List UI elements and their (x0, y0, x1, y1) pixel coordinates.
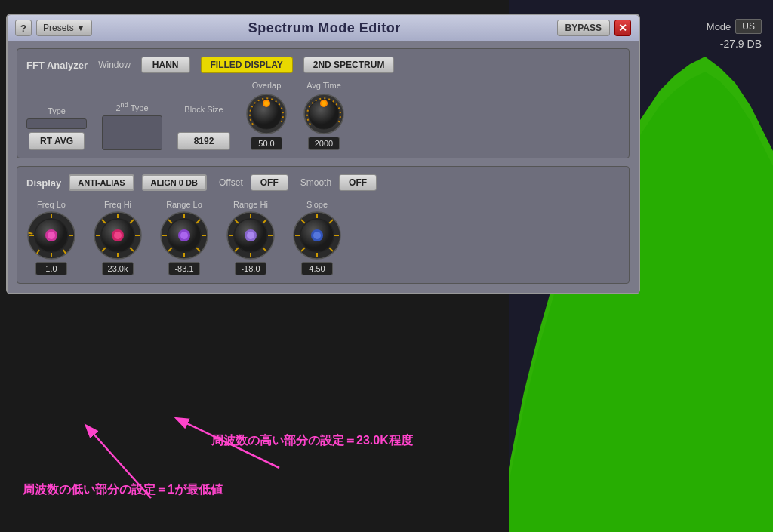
filled-display-button[interactable]: FILLED DISPLAY (201, 57, 293, 73)
title-bar: ? Presets ▼ Spectrum Mode Editor BYPASS … (8, 15, 639, 41)
mode-value: US (735, 19, 762, 34)
display-section: Display ANTI-ALIAS ALIGN 0 DB Offset OFF… (17, 166, 630, 284)
range-lo-value: -83.1 (168, 262, 200, 275)
close-button[interactable]: ✕ (614, 20, 631, 36)
range-hi-group: Range Hi (226, 200, 276, 275)
block-size-value[interactable]: 8192 (177, 132, 230, 150)
slope-label: Slope (306, 200, 328, 209)
display-header: Display ANTI-ALIAS ALIGN 0 DB Offset OFF… (26, 174, 620, 191)
type2-label: 2nd Type (115, 101, 148, 112)
type2-box (102, 115, 162, 150)
block-size-label: Block Size (184, 105, 223, 114)
hann-button[interactable]: HANN (141, 57, 190, 73)
type-label: Type (48, 106, 66, 115)
slope-value: 4.50 (301, 262, 333, 275)
smooth-off-button[interactable]: OFF (339, 174, 377, 191)
svg-point-33 (114, 232, 122, 239)
type-group: Type RT AVG (26, 106, 87, 150)
freq-lo-group: Freq Lo (26, 200, 76, 275)
freq-hi-group: Freq Hi (93, 200, 143, 275)
svg-point-21 (48, 232, 55, 239)
display-label: Display (26, 177, 61, 189)
range-lo-knob[interactable] (159, 211, 209, 260)
type-box (26, 118, 87, 129)
smooth-label: Smooth (300, 177, 331, 188)
slope-group: Slope (292, 200, 342, 275)
display-knobs: Freq Lo (26, 200, 620, 275)
overlap-knob[interactable] (245, 93, 288, 135)
freq-hi-value: 23.0k (102, 262, 134, 275)
help-button[interactable]: ? (15, 20, 32, 36)
jp-annotation-2: 周波数の高い部分の設定＝23.0K程度 (211, 433, 413, 449)
avgtime-value: 2000 (308, 137, 340, 150)
jp-annotation-1: 周波数の低い部分の設定＝1が最低値 (23, 482, 223, 498)
range-hi-value: -18.0 (235, 262, 266, 275)
svg-point-45 (180, 232, 188, 239)
plugin-window: ? Presets ▼ Spectrum Mode Editor BYPASS … (6, 14, 640, 294)
anti-alias-button[interactable]: ANTI-ALIAS (69, 174, 134, 191)
freq-lo-value: 1.0 (35, 262, 67, 275)
avgtime-knob[interactable] (303, 93, 345, 135)
svg-point-10 (322, 101, 326, 106)
bypass-button[interactable]: BYPASS (557, 20, 610, 36)
range-lo-group: Range Lo (159, 200, 209, 275)
freq-lo-label: Freq Lo (37, 200, 66, 209)
title-bar-right: BYPASS ✕ (557, 20, 631, 36)
svg-point-69 (313, 232, 321, 239)
mode-label: Mode (707, 21, 731, 32)
type2-group: 2nd Type (102, 101, 162, 150)
align0db-button[interactable]: ALIGN 0 DB (142, 174, 207, 191)
svg-point-6 (264, 101, 269, 106)
offset-label: Offset (219, 177, 243, 188)
overlap-label: Overlap (252, 81, 282, 90)
offset-off-button[interactable]: OFF (251, 174, 288, 191)
freq-hi-knob[interactable] (93, 211, 143, 260)
fft-controls-row: Type RT AVG 2nd Type Block Size 8192 Ove… (26, 81, 620, 150)
freq-lo-knob[interactable] (26, 211, 76, 260)
spectrum2-button[interactable]: 2ND SPECTRUM (303, 57, 395, 73)
range-hi-knob[interactable] (226, 211, 276, 260)
block-size-group: Block Size 8192 (177, 105, 230, 150)
slope-knob[interactable] (292, 211, 342, 260)
title-bar-left: ? Presets ▼ (15, 20, 92, 36)
overlap-knob-group: Overlap (245, 81, 288, 150)
fft-label: FFT Analyzer (26, 60, 88, 71)
freq-hi-label: Freq Hi (104, 200, 131, 209)
fft-section: FFT Analyzer Window HANN FILLED DISPLAY … (17, 48, 630, 158)
range-lo-label: Range Lo (166, 200, 202, 209)
type-value-button[interactable]: RT AVG (29, 132, 85, 150)
window-title: Spectrum Mode Editor (92, 20, 557, 36)
overlap-value: 50.0 (251, 137, 282, 150)
db-display: -27.9 DB (720, 38, 762, 50)
presets-button[interactable]: Presets ▼ (36, 20, 92, 36)
avgtime-knob-group: Avg Time 2000 (303, 81, 345, 150)
range-hi-label: Range Hi (233, 200, 268, 209)
window-label: Window (98, 60, 131, 70)
fft-header: FFT Analyzer Window HANN FILLED DISPLAY … (26, 57, 620, 73)
main-content: FFT Analyzer Window HANN FILLED DISPLAY … (8, 41, 639, 293)
avgtime-label: Avg Time (306, 81, 341, 90)
svg-point-57 (247, 232, 254, 239)
